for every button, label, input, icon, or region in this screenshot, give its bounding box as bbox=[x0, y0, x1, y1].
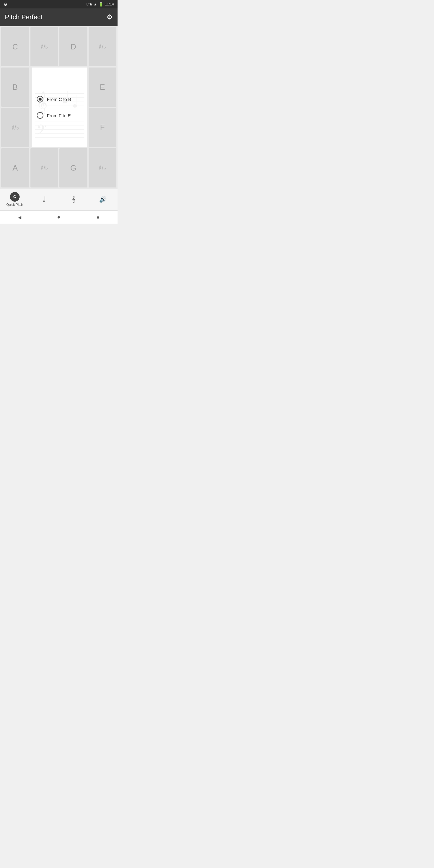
key-B[interactable]: B bbox=[1, 67, 29, 107]
key-D-label: D bbox=[70, 42, 76, 52]
key-F-label: F bbox=[100, 123, 105, 132]
system-navigation: ◀ ● ■ bbox=[0, 210, 118, 224]
svg-point-6 bbox=[63, 100, 67, 103]
key-Dsharp-label: ♯/♭ bbox=[98, 43, 106, 50]
overlay-rows: B E ♯/♭ F bbox=[0, 67, 118, 147]
key-Asharp-label: ♯/♭ bbox=[11, 124, 19, 131]
quick-pitch-label: Quick Pitch bbox=[6, 203, 23, 207]
settings-button[interactable]: ⚙ bbox=[107, 13, 113, 21]
key-D-sharp[interactable]: ♯/♭ bbox=[89, 27, 117, 66]
quick-pitch-icon: C bbox=[10, 192, 20, 202]
status-bar: ⚙ LTE ▲ 🔋 11:14 bbox=[0, 0, 118, 8]
key-F-sharp[interactable]: ♯/♭ bbox=[89, 148, 117, 187]
nav-staff[interactable]: 𝄞 bbox=[59, 195, 88, 203]
staff-decoration-svg: 𝄞 𝄢 bbox=[32, 67, 87, 147]
lte-indicator: LTE bbox=[87, 3, 92, 6]
app-title: Pitch Perfect bbox=[5, 13, 42, 21]
home-button[interactable]: ● bbox=[53, 213, 65, 222]
key-G-label: G bbox=[70, 163, 76, 173]
key-A[interactable]: A bbox=[1, 148, 29, 187]
nav-quick-pitch[interactable]: C Quick Pitch bbox=[0, 192, 30, 207]
battery-icon: 🔋 bbox=[98, 2, 103, 7]
key-Gsharp-label: ♯/♭ bbox=[40, 164, 48, 172]
key-Fsharp-label: ♯/♭ bbox=[98, 164, 106, 172]
svg-point-8 bbox=[72, 104, 77, 107]
key-G[interactable]: G bbox=[59, 148, 87, 187]
svg-text:𝄞: 𝄞 bbox=[36, 91, 47, 115]
time-display: 11:14 bbox=[105, 2, 114, 6]
key-E[interactable]: E bbox=[89, 67, 117, 107]
svg-text:𝄢: 𝄢 bbox=[36, 122, 46, 141]
bottom-navigation: C Quick Pitch ♩ 𝄞 🔊 bbox=[0, 189, 118, 210]
nav-sound[interactable]: 🔊 bbox=[88, 195, 118, 203]
key-C-label: C bbox=[12, 42, 18, 52]
key-C-sharp[interactable]: ♯/♭ bbox=[30, 27, 59, 66]
status-right: LTE ▲ 🔋 11:14 bbox=[87, 2, 114, 7]
app-bar: Pitch Perfect ⚙ bbox=[0, 8, 118, 26]
key-A-label: A bbox=[13, 163, 18, 173]
sound-icon: 🔊 bbox=[99, 195, 107, 203]
settings-status-icon: ⚙ bbox=[4, 2, 7, 7]
grid-row-1: C ♯/♭ D ♯/♭ bbox=[0, 26, 118, 66]
recent-button[interactable]: ■ bbox=[92, 213, 104, 222]
key-D[interactable]: D bbox=[59, 27, 87, 66]
nav-note[interactable]: ♩ bbox=[30, 195, 59, 204]
grid-row-4: A ♯/♭ G ♯/♭ bbox=[0, 148, 118, 187]
key-F[interactable]: F bbox=[89, 108, 117, 147]
note-icon: ♩ bbox=[42, 195, 46, 204]
key-E-label: E bbox=[100, 83, 105, 92]
key-Csharp-label: ♯/♭ bbox=[40, 43, 48, 50]
key-C[interactable]: C bbox=[1, 27, 29, 66]
key-G-sharp[interactable]: ♯/♭ bbox=[30, 148, 59, 187]
note-range-overlay: 𝄞 𝄢 From C to B bbox=[32, 67, 87, 147]
staff-icon: 𝄞 bbox=[72, 195, 75, 203]
signal-icon: ▲ bbox=[93, 2, 97, 6]
key-Asharp[interactable]: ♯/♭ bbox=[1, 108, 29, 147]
back-button[interactable]: ◀ bbox=[13, 213, 26, 222]
piano-grid: C ♯/♭ D ♯/♭ B E ♯/♭ bbox=[0, 26, 118, 189]
key-B-label: B bbox=[13, 83, 18, 92]
